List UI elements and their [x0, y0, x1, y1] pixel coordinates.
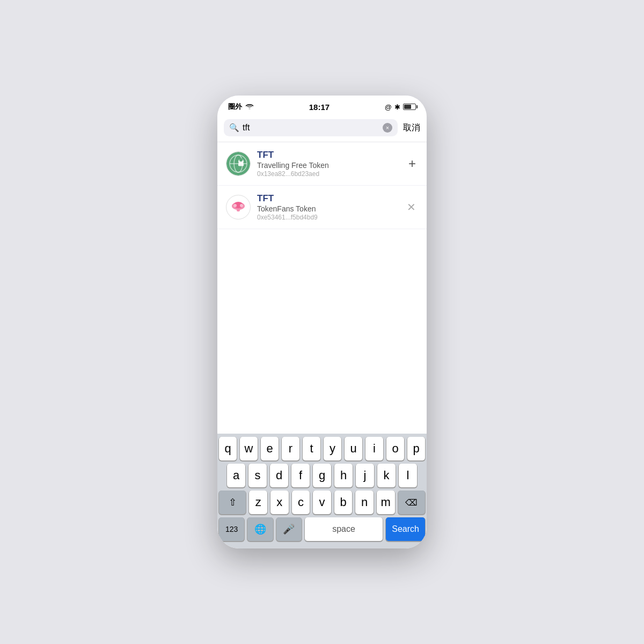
key-k[interactable]: k: [377, 464, 396, 487]
phone-frame: 圈外 18:17 @ ✱ 🔍 tft ×: [217, 96, 427, 548]
battery-icon: [403, 104, 416, 110]
keyboard-row-1: q w e r t y u i o p: [217, 434, 427, 460]
microphone-key[interactable]: 🎤: [276, 517, 302, 541]
token-symbol-2: TFT: [257, 193, 398, 204]
key-z[interactable]: z: [249, 491, 267, 514]
table-row[interactable]: TFT Travelling Free Token 0x13ea82...6bd…: [217, 142, 427, 186]
key-o[interactable]: o: [386, 437, 404, 460]
key-c[interactable]: c: [292, 491, 310, 514]
key-d[interactable]: d: [270, 464, 288, 487]
shift-key[interactable]: ⇧: [219, 491, 246, 514]
token-address-1: 0x13ea82...6bd23aed: [257, 170, 400, 178]
remove-token-button-2[interactable]: ✕: [405, 199, 418, 216]
key-b[interactable]: b: [334, 491, 353, 514]
search-input-wrapper[interactable]: 🔍 tft ×: [224, 119, 398, 136]
key-g[interactable]: g: [313, 464, 331, 487]
key-v[interactable]: v: [313, 491, 331, 514]
token-info-2: TFT TokenFans Token 0xe53461...f5bd4bd9: [257, 193, 398, 221]
delete-key[interactable]: ⌫: [398, 491, 425, 514]
keyboard-row-3: ⇧ z x c v b n m ⌫: [217, 487, 427, 514]
token-symbol-1: TFT: [257, 150, 400, 160]
clear-search-button[interactable]: ×: [383, 123, 392, 133]
key-e[interactable]: e: [261, 437, 279, 460]
carrier-text: 圈外: [228, 102, 242, 112]
numbers-key[interactable]: 123: [219, 517, 244, 541]
token-icon-1: [226, 151, 251, 176]
key-r[interactable]: r: [282, 437, 299, 460]
search-bar: 🔍 tft × 取消: [217, 115, 427, 142]
key-u[interactable]: u: [345, 437, 362, 460]
at-icon: @: [385, 103, 392, 111]
svg-point-10: [233, 204, 237, 207]
key-j[interactable]: j: [356, 464, 374, 487]
keyboard: q w e r t y u i o p a s d f g h j k l ⇧ …: [217, 434, 427, 548]
table-row[interactable]: TFT TokenFans Token 0xe53461...f5bd4bd9 …: [217, 186, 427, 229]
key-i[interactable]: i: [365, 437, 383, 460]
token-fullname-2: TokenFans Token: [257, 204, 398, 213]
keyboard-row-4: 123 🌐 🎤 space Search: [217, 514, 427, 548]
status-time: 18:17: [309, 103, 330, 112]
key-y[interactable]: y: [324, 437, 341, 460]
svg-point-5: [239, 158, 243, 162]
globe-key[interactable]: 🌐: [247, 517, 273, 541]
status-bar: 圈外 18:17 @ ✱: [217, 96, 427, 115]
token-icon-2: [226, 195, 251, 219]
key-m[interactable]: m: [377, 491, 395, 514]
search-magnifier-icon: 🔍: [229, 123, 239, 133]
key-n[interactable]: n: [355, 491, 374, 514]
key-a[interactable]: a: [227, 464, 245, 487]
search-input[interactable]: tft: [243, 123, 379, 133]
bluetooth-icon: ✱: [394, 103, 400, 111]
key-q[interactable]: q: [219, 437, 237, 460]
add-token-button-1[interactable]: +: [406, 154, 418, 173]
svg-rect-9: [237, 209, 240, 211]
key-h[interactable]: h: [334, 464, 353, 487]
key-f[interactable]: f: [291, 464, 310, 487]
status-left: 圈外: [228, 102, 254, 112]
svg-point-11: [240, 204, 243, 207]
key-w[interactable]: w: [240, 437, 258, 460]
key-s[interactable]: s: [248, 464, 267, 487]
search-key[interactable]: Search: [386, 517, 425, 541]
wifi-icon: [245, 103, 254, 111]
key-p[interactable]: p: [407, 437, 425, 460]
key-x[interactable]: x: [270, 491, 289, 514]
token-address-2: 0xe53461...f5bd4bd9: [257, 214, 398, 221]
space-key[interactable]: space: [305, 517, 383, 541]
cancel-button[interactable]: 取消: [403, 122, 420, 134]
key-l[interactable]: l: [399, 464, 417, 487]
token-info-1: TFT Travelling Free Token 0x13ea82...6bd…: [257, 150, 400, 178]
search-results: TFT Travelling Free Token 0x13ea82...6bd…: [217, 142, 427, 434]
status-right: @ ✱: [385, 103, 416, 111]
token-fullname-1: Travelling Free Token: [257, 161, 400, 170]
key-t[interactable]: t: [303, 437, 320, 460]
keyboard-row-2: a s d f g h j k l: [217, 460, 427, 487]
